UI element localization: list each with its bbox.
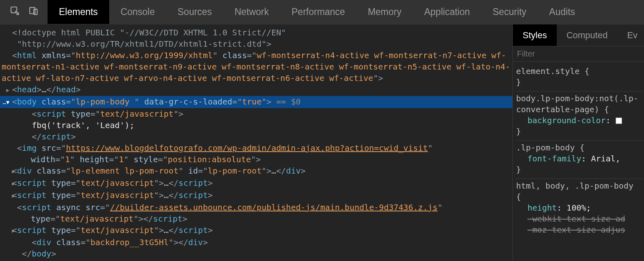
dom-head[interactable]: ▶<head>…</head> — [0, 84, 512, 96]
inspect-icon[interactable] — [10, 6, 20, 18]
styles-filter[interactable] — [513, 46, 644, 62]
dom-script-async[interactable]: <script async src="//builder-assets.unbo… — [0, 202, 512, 224]
rule-element-style[interactable]: element.style { } — [516, 64, 643, 91]
dom-script-close[interactable]: </script> — [0, 131, 512, 142]
side-tabs: Styles Computed Ev — [513, 24, 644, 46]
dom-fbq[interactable]: fbq('track', 'Lead'); — [0, 120, 512, 131]
tab-application[interactable]: Application — [413, 0, 482, 24]
device-icon[interactable] — [28, 6, 39, 18]
tab-console[interactable]: Console — [109, 0, 166, 24]
side-tab-styles[interactable]: Styles — [513, 24, 557, 46]
side-tab-computed[interactable]: Computed — [557, 24, 618, 46]
tab-performance[interactable]: Performance — [280, 0, 357, 24]
side-tab-events[interactable]: Ev — [617, 24, 644, 46]
tab-elements[interactable]: Elements — [48, 0, 109, 24]
tab-audits[interactable]: Audits — [538, 0, 586, 24]
dom-doctype[interactable]: <!doctype html PUBLIC "-//W3C//DTD XHTML… — [0, 27, 512, 38]
tab-sources[interactable]: Sources — [166, 0, 223, 24]
dom-div-root[interactable]: ▶<div class="lp-element lp-pom-root" id=… — [0, 165, 512, 177]
tab-network[interactable]: Network — [223, 0, 280, 24]
rule-lp-pom-body[interactable]: .lp-pom-body { font-family: Arial, } — [516, 141, 643, 179]
elements-tree[interactable]: <!doctype html PUBLIC "-//W3C//DTD XHTML… — [0, 24, 512, 261]
styles-sidebar: Styles Computed Ev element.style { } bod… — [512, 24, 644, 261]
dom-script-4[interactable]: ▶<script type="text/javascript">…</scrip… — [0, 224, 512, 237]
dom-body-close[interactable]: </body> — [0, 248, 512, 259]
toolbar-icons — [0, 0, 48, 24]
dom-body-selected[interactable]: …▼<body class="lp-pom-body " data-gr-c-s… — [0, 96, 512, 108]
main-tabs: Elements Console Sources Network Perform… — [48, 0, 586, 24]
tab-security[interactable]: Security — [481, 0, 538, 24]
dom-script-3[interactable]: ▶<script type="text/javascript">…</scrip… — [0, 189, 512, 202]
dom-img[interactable]: <img src="https://www.blogdelfotografo.c… — [0, 142, 512, 165]
rule-body-not[interactable]: body.lp-pom-body:not(.lp-convertable-pag… — [516, 91, 643, 141]
rule-html-body[interactable]: html, body, .lp-pom-body { height: 100%;… — [516, 179, 643, 239]
svg-rect-1 — [30, 7, 35, 13]
styles-filter-input[interactable] — [517, 49, 640, 59]
dom-script-open[interactable]: <script type="text/javascript"> — [0, 108, 512, 120]
dom-html-open[interactable]: <html xmlns="http://www.w3.org/1999/xhtm… — [0, 50, 512, 84]
styles-rules[interactable]: element.style { } body.lp-pom-body:not(.… — [513, 62, 644, 239]
dom-script-2[interactable]: ▶<script type="text/javascript">…</scrip… — [0, 177, 512, 189]
devtools-toolbar: Elements Console Sources Network Perform… — [0, 0, 644, 24]
tab-memory[interactable]: Memory — [357, 0, 413, 24]
color-swatch-icon[interactable] — [616, 117, 622, 124]
dom-doctype-2[interactable]: "http://www.w3.org/TR/xhtml1/DTD/xhtml1-… — [0, 38, 512, 50]
dom-div-backdrop[interactable]: <div class="backdrop__3tG5Hl"></div> — [0, 237, 512, 248]
